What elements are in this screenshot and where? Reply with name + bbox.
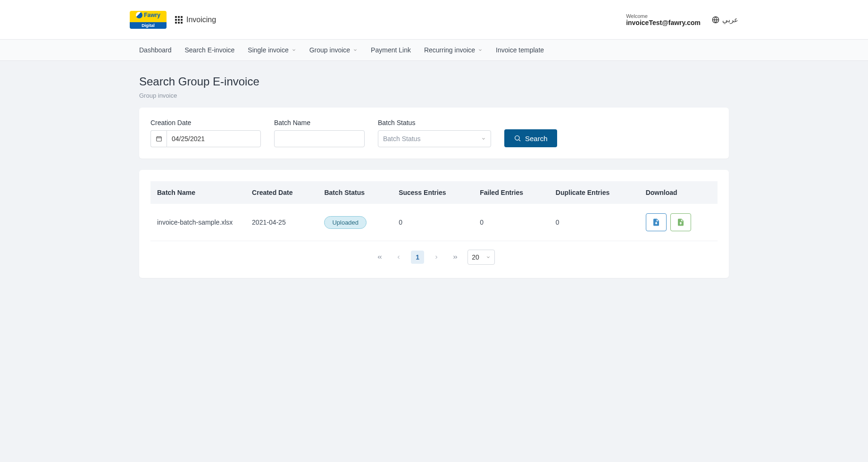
- batch-status-select[interactable]: Batch Status: [378, 130, 491, 147]
- page-title: Search Group E-invoice: [139, 75, 729, 88]
- creation-date-input[interactable]: [167, 130, 261, 147]
- column-header: Sucess Entries: [392, 181, 473, 204]
- welcome-block: Welcome invoiceTest@fawry.com: [626, 13, 701, 26]
- breadcrumb: Group invoice: [139, 92, 729, 99]
- logo-sub-text: Digital: [130, 22, 167, 29]
- chevron-down-icon: [481, 136, 486, 141]
- nav-item-label: Payment Link: [371, 46, 411, 54]
- svg-rect-1: [156, 137, 161, 141]
- brand-logo[interactable]: Fawry Digital: [130, 11, 167, 29]
- search-icon: [514, 134, 521, 142]
- app-title[interactable]: Invoicing: [175, 16, 216, 24]
- nav-item-single-invoice[interactable]: Single invoice: [248, 46, 296, 54]
- cell-failed-entries: 0: [473, 204, 549, 241]
- pagination-first[interactable]: [373, 251, 386, 264]
- user-email: invoiceTest@fawry.com: [626, 19, 701, 26]
- nav-item-label: Dashboard: [139, 46, 172, 54]
- pagination-last[interactable]: [449, 251, 462, 264]
- app-name-label: Invoicing: [186, 16, 216, 24]
- filter-card: Creation Date Batch Name Batch Status: [139, 108, 729, 159]
- search-button[interactable]: Search: [504, 129, 557, 147]
- language-label: عربي: [722, 16, 738, 24]
- chevron-right-icon: [434, 254, 439, 260]
- creation-date-input-group[interactable]: [150, 130, 261, 147]
- cell-download: [639, 204, 718, 241]
- logo-brand-text: Fawry: [144, 12, 160, 18]
- table-row: invoice-batch-sample.xlsx2021-04-25Uploa…: [150, 204, 718, 241]
- file-download-icon: [652, 218, 660, 227]
- chevron-down-icon: [478, 48, 483, 52]
- column-header: Created Date: [245, 181, 317, 204]
- column-header: Batch Status: [317, 181, 392, 204]
- cell-batch-name: invoice-batch-sample.xlsx: [150, 204, 245, 241]
- column-header: Download: [639, 181, 718, 204]
- nav-item-invoice-template[interactable]: Invoice template: [496, 46, 544, 54]
- download-file-button[interactable]: [646, 213, 667, 231]
- nav-item-search-e-invoice[interactable]: Search E-invoice: [185, 46, 235, 54]
- pagination-page-current[interactable]: 1: [411, 251, 424, 264]
- batch-status-placeholder: Batch Status: [383, 135, 420, 143]
- cell-duplicate-entries: 0: [549, 204, 639, 241]
- pagination-next[interactable]: [430, 251, 443, 264]
- column-header: Batch Name: [150, 181, 245, 204]
- chevron-double-right-icon: [452, 254, 459, 260]
- nav-item-label: Invoice template: [496, 46, 544, 54]
- nav-item-label: Single invoice: [248, 46, 288, 54]
- chevron-down-icon: [486, 255, 491, 260]
- page-size-value: 20: [472, 253, 479, 261]
- nav-item-label: Search E-invoice: [185, 46, 235, 54]
- batch-name-label: Batch Name: [274, 119, 365, 126]
- logo-swirl-icon: [136, 12, 142, 18]
- results-card: Batch NameCreated DateBatch StatusSucess…: [139, 170, 729, 278]
- calendar-icon[interactable]: [150, 130, 167, 147]
- pagination-prev[interactable]: [392, 251, 405, 264]
- globe-icon: [712, 16, 719, 24]
- column-header: Duplicate Entries: [549, 181, 639, 204]
- nav-item-payment-link[interactable]: Payment Link: [371, 46, 411, 54]
- nav-item-label: Group invoice: [309, 46, 350, 54]
- welcome-label: Welcome: [626, 13, 701, 19]
- batch-status-label: Batch Status: [378, 119, 491, 126]
- results-table: Batch NameCreated DateBatch StatusSucess…: [150, 181, 718, 241]
- nav-item-recurring-invoice[interactable]: Recurring invoice: [424, 46, 483, 54]
- cell-created-date: 2021-04-25: [245, 204, 317, 241]
- cell-success-entries: 0: [392, 204, 473, 241]
- language-switch[interactable]: عربي: [712, 16, 738, 24]
- page-size-select[interactable]: 20: [467, 250, 495, 265]
- chevron-left-icon: [396, 254, 401, 260]
- file-upload-icon: [676, 218, 685, 227]
- chevron-down-icon: [353, 48, 358, 52]
- upload-file-button[interactable]: [670, 213, 691, 231]
- batch-name-input[interactable]: [274, 130, 365, 147]
- column-header: Failed Entries: [473, 181, 549, 204]
- nav-item-dashboard[interactable]: Dashboard: [139, 46, 172, 54]
- pagination: 1 20: [150, 241, 718, 267]
- navbar: DashboardSearch E-invoiceSingle invoiceG…: [0, 40, 868, 61]
- svg-point-2: [515, 136, 519, 140]
- cell-batch-status: Uploaded: [317, 204, 392, 241]
- status-badge: Uploaded: [324, 216, 367, 229]
- chevron-double-left-icon: [376, 254, 383, 260]
- search-button-label: Search: [525, 134, 548, 143]
- nav-item-label: Recurring invoice: [424, 46, 475, 54]
- creation-date-label: Creation Date: [150, 119, 261, 126]
- apps-grid-icon: [175, 16, 183, 24]
- nav-item-group-invoice[interactable]: Group invoice: [309, 46, 358, 54]
- topbar: Fawry Digital Invoicing Welcome invoiceT…: [0, 0, 868, 40]
- chevron-down-icon: [292, 48, 296, 52]
